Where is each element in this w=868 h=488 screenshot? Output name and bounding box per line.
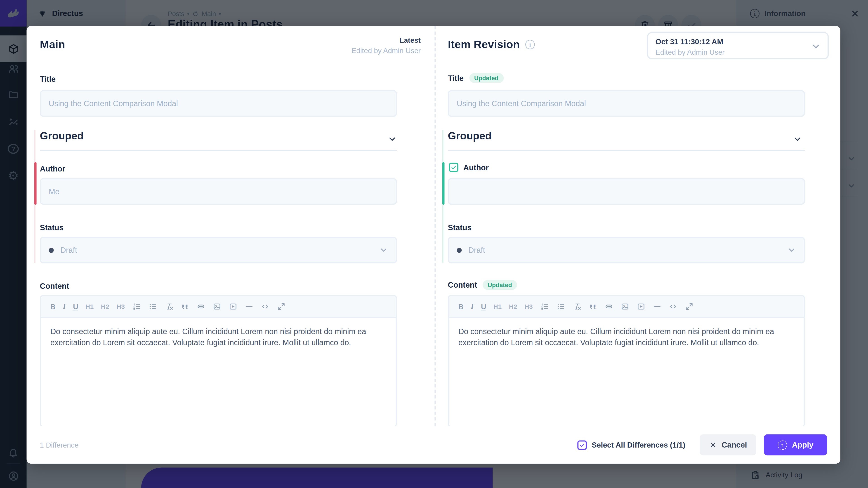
content-comparison-modal: Main Latest Edited by Admin User Title U…: [27, 26, 840, 464]
author-field-input: [448, 178, 805, 205]
bold-icon[interactable]: B: [51, 302, 56, 311]
italic-icon[interactable]: I: [63, 302, 66, 311]
status-field-select: Draft: [448, 237, 805, 263]
video-icon[interactable]: [228, 302, 237, 311]
status-field-value: Draft: [60, 246, 77, 254]
title-field-labelrow: Title Updated: [448, 73, 503, 83]
author-field-value: Me: [49, 187, 60, 196]
bullet-list-icon[interactable]: [148, 302, 157, 311]
remove-format-icon[interactable]: [164, 302, 173, 311]
group-chevron-icon[interactable]: [388, 134, 397, 144]
group-chevron-icon[interactable]: [793, 134, 802, 144]
revision-info-icon[interactable]: i: [525, 40, 535, 49]
content-editor: BIUH1H2H3 Do consectetur minim aliquip a…: [448, 295, 805, 426]
content-field-label: Content: [448, 281, 477, 289]
code-icon[interactable]: [260, 302, 269, 311]
content-field-value: Do consectetur minim aliquip aute eu. Ci…: [41, 318, 396, 356]
status-field-label: Status: [40, 223, 64, 232]
ordered-list-icon[interactable]: [132, 302, 141, 311]
video-icon[interactable]: [636, 302, 645, 311]
main-panel: Main Latest Edited by Admin User Title U…: [27, 26, 435, 426]
image-icon[interactable]: [212, 302, 221, 311]
check-icon: [451, 164, 457, 170]
italic-icon[interactable]: I: [471, 302, 474, 311]
underline-icon[interactable]: U: [481, 302, 486, 311]
author-field-label: Author: [463, 163, 489, 172]
revision-selector[interactable]: Oct 31 11:30:12 AM Edited by Admin User: [647, 32, 829, 59]
meta-edited-by: Edited by Admin User: [351, 46, 421, 55]
remove-format-icon[interactable]: [572, 302, 581, 311]
author-diff-bar: [442, 162, 445, 205]
status-field-select: Draft: [40, 237, 397, 263]
select-chevron-icon: [787, 246, 796, 254]
heading-2-icon[interactable]: H2: [509, 303, 517, 310]
image-icon[interactable]: [620, 302, 629, 311]
content-field-value: Do consectetur minim aliquip aute eu. Ci…: [449, 318, 804, 356]
link-icon[interactable]: [604, 302, 613, 311]
title-field-input: Using the Content Comparison Modal: [448, 90, 805, 117]
author-field-labelrow: Author: [449, 163, 489, 172]
blockquote-icon[interactable]: [180, 302, 189, 311]
heading-1-icon[interactable]: H1: [86, 303, 94, 310]
updated-badge: Updated: [469, 73, 504, 83]
close-icon: [709, 441, 717, 449]
author-field-input: Me: [40, 178, 397, 205]
group-heading: Grouped: [448, 130, 492, 142]
heading-3-icon[interactable]: H3: [524, 303, 533, 310]
cancel-label: Cancel: [721, 440, 747, 449]
updated-badge: Updated: [483, 280, 517, 290]
code-icon[interactable]: [669, 302, 677, 311]
revision-panel-heading: Item Revision i: [448, 38, 535, 51]
modal-footer: 1 Difference Select All Differences (1/1…: [27, 426, 840, 464]
status-field-label: Status: [448, 223, 471, 232]
editor-toolbar: BIUH1H2H3: [41, 296, 396, 318]
content-editor: BIUH1H2H3 Do consectetur minim aliquip a…: [40, 295, 397, 426]
heading-1-icon[interactable]: H1: [493, 303, 502, 310]
heading-2-icon[interactable]: H2: [101, 303, 110, 310]
status-field-value: Draft: [468, 246, 485, 254]
title-field-value: Using the Content Comparison Modal: [457, 99, 586, 108]
meta-latest: Latest: [351, 36, 421, 44]
cancel-button[interactable]: Cancel: [700, 434, 756, 455]
underline-icon[interactable]: U: [73, 302, 78, 311]
fullscreen-icon[interactable]: [276, 302, 285, 311]
select-chevron-icon: [379, 246, 388, 254]
apply-icon: ↑: [778, 440, 787, 450]
horizontal-rule-icon[interactable]: [652, 302, 661, 311]
revision-heading-label: Item Revision: [448, 38, 520, 51]
status-dot-icon: [457, 248, 462, 253]
revision-date: Oct 31 11:30:12 AM: [655, 38, 723, 46]
chevron-down-icon: [811, 41, 821, 52]
main-panel-meta: Latest Edited by Admin User: [351, 36, 421, 55]
title-field-value: Using the Content Comparison Modal: [49, 99, 178, 108]
apply-button[interactable]: ↑ Apply: [764, 434, 827, 455]
main-panel-heading: Main: [40, 38, 65, 51]
link-icon[interactable]: [196, 302, 205, 311]
status-dot-icon: [49, 248, 54, 253]
heading-3-icon[interactable]: H3: [116, 303, 125, 310]
screen: Directus Posts • Main ▾ Editing Item in …: [0, 0, 868, 488]
select-all-checkbox[interactable]: [577, 440, 587, 450]
revision-edited-by: Edited by Admin User: [655, 48, 725, 57]
select-all-label: Select All Differences (1/1): [592, 441, 685, 449]
title-field-label: Title: [40, 75, 56, 84]
editor-toolbar: BIUH1H2H3: [449, 296, 804, 318]
group-divider: [448, 150, 805, 151]
blockquote-icon[interactable]: [588, 302, 597, 311]
fullscreen-icon[interactable]: [684, 302, 693, 311]
content-field-label: Content: [40, 282, 69, 291]
group-heading: Grouped: [40, 130, 84, 142]
apply-label: Apply: [792, 440, 813, 449]
difference-count: 1 Difference: [40, 441, 79, 449]
bullet-list-icon[interactable]: [556, 302, 565, 311]
ordered-list-icon[interactable]: [540, 302, 549, 311]
revision-panel: Item Revision i Oct 31 11:30:12 AM Edite…: [434, 26, 840, 426]
bold-icon[interactable]: B: [458, 302, 464, 311]
group-divider: [40, 150, 397, 151]
check-icon: [579, 442, 585, 448]
horizontal-rule-icon[interactable]: [244, 302, 253, 311]
author-diff-checkbox[interactable]: [449, 163, 458, 172]
title-field-label: Title: [448, 74, 464, 83]
title-field-input: Using the Content Comparison Modal: [40, 90, 397, 117]
author-diff-bar: [34, 162, 37, 205]
